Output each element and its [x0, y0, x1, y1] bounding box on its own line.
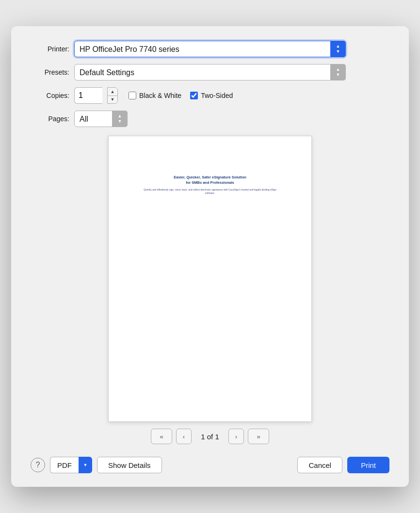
print-button[interactable]: Print: [347, 457, 389, 473]
page-count: 1 of 1: [195, 433, 225, 441]
printer-chevron-btn[interactable]: ▲ ▼: [330, 41, 346, 57]
two-sided-option[interactable]: Two-Sided: [190, 92, 233, 99]
form-section: Printer: HP OfficeJet Pro 7740 series ▲ …: [31, 41, 389, 127]
black-white-checkbox[interactable]: [129, 92, 136, 99]
bottom-row: ? PDF ▼ Show Details Cancel Print: [31, 457, 389, 473]
copies-increment-btn[interactable]: ▲: [108, 88, 117, 96]
copies-label: Copies:: [31, 92, 69, 99]
first-page-btn[interactable]: «: [151, 429, 172, 444]
printer-select[interactable]: HP OfficeJet Pro 7740 series: [74, 41, 346, 57]
pages-chevron-btn[interactable]: ▲ ▼: [112, 111, 128, 127]
print-dialog: Printer: HP OfficeJet Pro 7740 series ▲ …: [11, 26, 409, 487]
pages-chevron-up-icon: ▲: [118, 114, 122, 118]
black-white-option[interactable]: Black & White: [129, 92, 181, 99]
printer-select-wrapper: HP OfficeJet Pro 7740 series ▲ ▼: [74, 41, 346, 57]
copies-decrement-btn[interactable]: ▼: [108, 96, 117, 104]
show-details-button[interactable]: Show Details: [97, 457, 162, 473]
help-icon: ?: [36, 461, 40, 469]
pages-select-wrapper: All ▲ ▼: [74, 111, 128, 127]
presets-chevron-down-icon: ▼: [336, 73, 340, 77]
pdf-group: PDF ▼: [50, 457, 92, 473]
copies-input[interactable]: [74, 87, 102, 104]
preview-area: Easier, Quicker, Safer eSignature Soluti…: [31, 136, 389, 444]
prev-page-icon: ‹: [183, 433, 185, 440]
last-page-icon: »: [257, 433, 260, 440]
next-page-icon: ›: [235, 433, 237, 440]
first-page-icon: «: [160, 433, 163, 440]
presets-chevron-up-icon: ▲: [336, 67, 340, 72]
pages-label: Pages:: [31, 115, 69, 123]
nav-row: « ‹ 1 of 1 › »: [151, 429, 269, 444]
prev-page-btn[interactable]: ‹: [176, 429, 192, 444]
page-preview: Easier, Quicker, Safer eSignature Soluti…: [108, 136, 312, 422]
presets-select[interactable]: Default Settings: [74, 64, 346, 80]
preview-subtitle: Quickly and effortlessly sign, send, tra…: [142, 188, 278, 195]
two-sided-checkbox[interactable]: [190, 92, 198, 99]
pages-chevron-down-icon: ▼: [118, 119, 122, 124]
preview-title: Easier, Quicker, Safer eSignature Soluti…: [142, 175, 278, 185]
cancel-button[interactable]: Cancel: [297, 457, 342, 473]
presets-row: Presets: Default Settings ▲ ▼: [31, 64, 389, 80]
pdf-dropdown-btn[interactable]: ▼: [79, 457, 92, 473]
next-page-btn[interactable]: ›: [228, 429, 244, 444]
pdf-button[interactable]: PDF: [50, 457, 79, 473]
two-sided-label: Two-Sided: [201, 92, 233, 99]
printer-chevron-up-icon: ▲: [336, 44, 340, 48]
printer-chevron-down-icon: ▼: [336, 49, 340, 54]
help-button[interactable]: ?: [31, 458, 45, 472]
printer-row: Printer: HP OfficeJet Pro 7740 series ▲ …: [31, 41, 389, 57]
copies-row: Copies: ▲ ▼ Black & White Two-Sided: [31, 87, 389, 104]
page-content: Easier, Quicker, Safer eSignature Soluti…: [142, 175, 278, 195]
presets-label: Presets:: [31, 68, 69, 76]
pdf-chevron-down-icon: ▼: [83, 463, 88, 467]
presets-chevron-btn[interactable]: ▲ ▼: [330, 64, 346, 80]
presets-select-wrapper: Default Settings ▲ ▼: [74, 64, 346, 80]
black-white-label: Black & White: [139, 92, 181, 99]
copies-options: Black & White Two-Sided: [129, 92, 233, 99]
last-page-btn[interactable]: »: [248, 429, 269, 444]
pages-row: Pages: All ▲ ▼: [31, 111, 389, 127]
copies-stepper: ▲ ▼: [107, 87, 118, 104]
printer-label: Printer:: [31, 45, 69, 53]
